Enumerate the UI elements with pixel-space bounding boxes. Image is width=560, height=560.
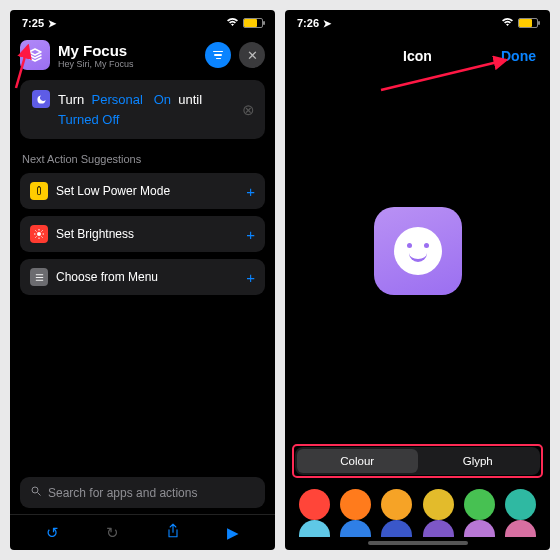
focus-app-icon[interactable] (20, 40, 50, 70)
swatch-amber[interactable] (381, 489, 412, 520)
status-time: 7:26 (297, 17, 319, 29)
header: My Focus Hey Siri, My Focus ✕ (20, 40, 265, 70)
card-close-icon[interactable]: ⊗ (242, 101, 255, 119)
search-icon (30, 485, 42, 500)
swatch-pink[interactable] (505, 520, 536, 537)
battery-icon (243, 18, 263, 28)
plus-icon: + (246, 269, 255, 286)
phone-right: 7:26 ➤ Icon Done Colour Glyph (285, 10, 550, 550)
swatch-blue[interactable] (340, 520, 371, 537)
colour-palette-row2 (285, 520, 550, 537)
svg-point-14 (32, 487, 38, 493)
svg-line-9 (35, 237, 36, 238)
home-indicator (368, 541, 468, 545)
swatch-cyan[interactable] (299, 520, 330, 537)
suggestion-menu[interactable]: Choose from Menu + (20, 259, 265, 295)
suggestion-brightness[interactable]: Set Brightness + (20, 216, 265, 252)
close-icon: ✕ (247, 48, 258, 63)
svg-line-15 (38, 493, 41, 496)
location-icon: ➤ (48, 18, 56, 29)
segmented-control[interactable]: Colour Glyph (295, 447, 540, 475)
focus-action-card[interactable]: Turn Personal On until Turned Off ⊗ (20, 80, 265, 139)
redo-icon[interactable]: ↻ (106, 524, 119, 542)
wifi-icon (501, 17, 514, 29)
colour-palette (285, 475, 550, 520)
swatch-red[interactable] (299, 489, 330, 520)
seg-glyph[interactable]: Glyph (418, 449, 539, 473)
svg-line-8 (42, 237, 43, 238)
swatch-green[interactable] (464, 489, 495, 520)
swatch-purple[interactable] (464, 520, 495, 537)
suggestion-low-power[interactable]: Set Low Power Mode + (20, 173, 265, 209)
svg-rect-0 (38, 187, 41, 195)
plus-icon: + (246, 226, 255, 243)
menu-icon (30, 268, 48, 286)
icon-tile (374, 207, 462, 295)
svg-rect-11 (35, 274, 42, 275)
battery-icon (518, 18, 538, 28)
close-button[interactable]: ✕ (239, 42, 265, 68)
bottom-toolbar: ↺ ↻ ▶ (10, 514, 275, 550)
filter-icon (213, 51, 223, 60)
brightness-icon (30, 225, 48, 243)
moon-icon (32, 90, 50, 108)
nav-bar: Icon Done (285, 38, 550, 74)
svg-rect-13 (35, 279, 42, 280)
swatch-orange[interactable] (340, 489, 371, 520)
swatch-indigo[interactable] (381, 520, 412, 537)
search-placeholder: Search for apps and actions (48, 486, 197, 500)
undo-icon[interactable]: ↺ (46, 524, 59, 542)
svg-rect-1 (38, 186, 40, 187)
svg-point-2 (37, 232, 41, 236)
plus-icon: + (246, 183, 255, 200)
status-bar: 7:25 ➤ (10, 10, 275, 32)
status-bar: 7:26 ➤ (285, 10, 550, 32)
svg-line-7 (35, 230, 36, 231)
action-text: Turn Personal On until Turned Off (58, 90, 202, 129)
share-icon[interactable] (166, 523, 180, 542)
nav-title: Icon (403, 48, 432, 64)
low-power-icon (30, 182, 48, 200)
swatch-teal[interactable] (505, 489, 536, 520)
icon-preview (285, 74, 550, 447)
play-icon[interactable]: ▶ (227, 524, 239, 542)
swatch-violet[interactable] (423, 520, 454, 537)
page-title: My Focus (58, 42, 197, 59)
phone-left: 7:25 ➤ My Focus Hey Siri, My Focus ✕ (10, 10, 275, 550)
swatch-yellow[interactable] (423, 489, 454, 520)
page-subtitle: Hey Siri, My Focus (58, 59, 197, 69)
location-icon: ➤ (323, 18, 331, 29)
search-input[interactable]: Search for apps and actions (20, 477, 265, 508)
svg-rect-12 (35, 277, 42, 278)
section-label: Next Action Suggestions (22, 153, 263, 165)
wifi-icon (226, 17, 239, 29)
done-button[interactable]: Done (501, 48, 536, 64)
seg-colour[interactable]: Colour (297, 449, 418, 473)
svg-line-10 (42, 230, 43, 231)
filter-button[interactable] (205, 42, 231, 68)
status-time: 7:25 (22, 17, 44, 29)
smiley-icon (394, 227, 442, 275)
